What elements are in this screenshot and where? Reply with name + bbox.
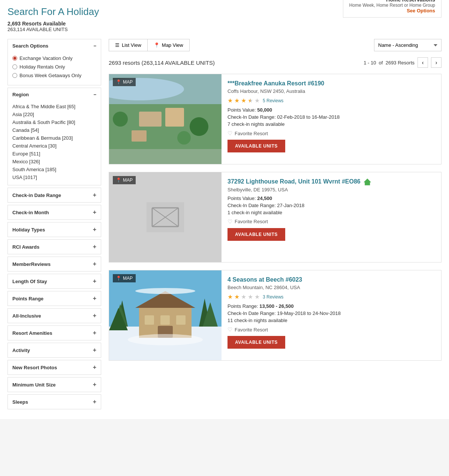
checkin-month-expand-icon[interactable]: +: [93, 209, 96, 216]
rci-awards-expand-icon[interactable]: +: [93, 243, 96, 250]
results-count: 2693 resorts (263,114 AVAILABLE UNITS): [109, 60, 215, 66]
home-res-link[interactable]: See Options: [407, 8, 435, 13]
points-value-1: 50,000: [257, 107, 272, 113]
sleeps-header[interactable]: Sleeps +: [8, 395, 101, 409]
list-view-label: List View: [122, 42, 141, 48]
svg-rect-25: [160, 315, 170, 325]
holiday-rentals-option[interactable]: Holiday Rentals Only: [12, 64, 96, 70]
resort-amenities-expand-icon[interactable]: +: [93, 330, 96, 336]
available-units-btn-2[interactable]: AVAILABLE UNITS: [227, 228, 285, 241]
map-pin-icon-3: 📍: [116, 276, 121, 281]
holiday-types-expand-icon[interactable]: +: [93, 226, 96, 233]
resort-amenities-header[interactable]: Resort Amenities +: [8, 326, 101, 340]
svg-point-7: [190, 117, 208, 136]
region-collapse-icon[interactable]: −: [93, 92, 96, 97]
holiday-rentals-radio[interactable]: [12, 64, 17, 69]
star-4: ★: [248, 97, 253, 104]
resort-location-1: Coffs Harbour, NSW 2450, Australia: [227, 88, 435, 94]
checkin-month-header[interactable]: Check-in Month +: [8, 205, 101, 219]
minimum-unit-size-header[interactable]: Minimum Unit Size +: [8, 378, 101, 392]
region-item[interactable]: USA [1017]: [12, 173, 96, 181]
map-badge-2[interactable]: 📍 MAP: [113, 176, 136, 184]
points-range-header[interactable]: Points Range +: [8, 291, 101, 306]
star3-3: ★: [241, 293, 246, 300]
map-badge-label-3: MAP: [123, 276, 133, 281]
bonus-week-option[interactable]: Bonus Week Getaways Only: [12, 73, 96, 78]
home-icon-2: [364, 179, 371, 185]
new-resort-photos-expand-icon[interactable]: +: [93, 364, 96, 371]
resort-name-3[interactable]: 4 Seasons at Beech #6023: [227, 276, 435, 283]
region-item[interactable]: Central America [30]: [12, 142, 96, 150]
region-item[interactable]: Mexico [326]: [12, 158, 96, 166]
region-item[interactable]: Africa & The Middle East [65]: [12, 103, 96, 110]
exchange-vacation-option[interactable]: Exchange Vacation Only: [12, 55, 96, 61]
resort-image-2: 📍 MAP: [109, 172, 222, 262]
resort-stars-1: ★ ★ ★ ★ ★ 5 Reviews: [227, 97, 435, 104]
length-of-stay-section: Length Of Stay +: [7, 274, 101, 289]
points-range-label: Points Range: [12, 296, 43, 301]
favorite-row-3[interactable]: ♡ Favorite Resort: [227, 326, 435, 333]
reviews-link-3[interactable]: 3 Reviews: [263, 294, 283, 300]
list-view-button[interactable]: ☰ List View: [109, 39, 147, 51]
next-page-button[interactable]: ›: [431, 57, 442, 68]
resort-count: 2,693 Resorts Available: [7, 21, 442, 27]
resort-image-svg-3: [109, 270, 222, 360]
exchange-vacation-label: Exchange Vacation Only: [19, 55, 72, 61]
region-item[interactable]: South America [185]: [12, 166, 96, 173]
resort-name-2[interactable]: 37292 Lighthouse Road, Unit 101 Wvrnt #E…: [227, 178, 435, 185]
star-1: ★: [227, 97, 233, 104]
region-item[interactable]: Canada [54]: [12, 126, 96, 134]
activity-section: Activity +: [7, 343, 101, 358]
favorite-row-1[interactable]: ♡ Favorite Resort: [227, 130, 435, 137]
resort-image-1: 📍 MAP: [109, 74, 222, 164]
region-item[interactable]: Asia [220]: [12, 110, 96, 118]
points-range-expand-icon[interactable]: +: [93, 295, 96, 302]
bonus-week-radio[interactable]: [12, 73, 17, 78]
sleeps-expand-icon[interactable]: +: [93, 398, 96, 405]
available-units-btn-1[interactable]: AVAILABLE UNITS: [227, 140, 285, 152]
length-of-stay-expand-icon[interactable]: +: [93, 278, 96, 285]
reviews-link-1[interactable]: 5 Reviews: [263, 98, 283, 103]
prev-page-button[interactable]: ‹: [418, 57, 428, 68]
nights-row-2: 1 check-in night available: [227, 210, 435, 215]
checkin-date-header[interactable]: Check-in Date Range +: [8, 188, 101, 202]
member-reviews-expand-icon[interactable]: +: [93, 261, 96, 267]
map-view-button[interactable]: 📍 Map View: [147, 39, 190, 51]
new-resort-photos-header[interactable]: New Resort Photos +: [8, 360, 101, 375]
region-body: Africa & The Middle East [65] Asia [220]…: [8, 101, 101, 185]
favorite-row-2[interactable]: ♡ Favorite Resort: [227, 218, 435, 225]
results-header: 2693 resorts (263,114 AVAILABLE UNITS) 1…: [109, 57, 442, 68]
region-header[interactable]: Region −: [8, 88, 101, 101]
resort-name-1[interactable]: ***Breakfree Aanuka Resort #6190: [227, 80, 435, 87]
checkin-month-section: Check-in Month +: [7, 205, 101, 220]
checkin-date-expand-icon[interactable]: +: [93, 192, 96, 198]
available-units-btn-3[interactable]: AVAILABLE UNITS: [227, 336, 285, 349]
all-inclusive-header[interactable]: All-Inclusive +: [8, 309, 101, 323]
svg-point-28: [135, 288, 195, 294]
svg-rect-26: [176, 315, 186, 325]
activity-expand-icon[interactable]: +: [93, 347, 96, 354]
content-area: ☰ List View 📍 Map View Name - Ascending …: [101, 39, 442, 412]
sort-select[interactable]: Name - Ascending Name - Descending Point…: [374, 39, 442, 51]
star3-1: ★: [227, 293, 233, 300]
holiday-types-header[interactable]: Holiday Types +: [8, 222, 101, 237]
length-of-stay-header[interactable]: Length Of Stay +: [8, 274, 101, 288]
search-options-header[interactable]: Search Options −: [8, 39, 101, 52]
pagination-range: 1 - 10 of 2693 Resorts: [364, 60, 415, 66]
points-range-section: Points Range +: [7, 291, 101, 306]
region-item[interactable]: Europe [511]: [12, 150, 96, 158]
points-label-1: Points Value:: [227, 107, 257, 113]
map-badge-1[interactable]: 📍 MAP: [113, 78, 136, 86]
map-view-label: Map View: [162, 42, 183, 48]
region-item[interactable]: Australia & South Pacific [80]: [12, 118, 96, 126]
rci-awards-header[interactable]: RCI Awards +: [8, 240, 101, 254]
region-item[interactable]: Caribbean & Bermuda [203]: [12, 134, 96, 142]
minimum-unit-size-expand-icon[interactable]: +: [93, 381, 96, 388]
search-options-collapse-icon[interactable]: −: [93, 43, 96, 49]
activity-header[interactable]: Activity +: [8, 343, 101, 357]
member-reviews-header[interactable]: MemberReviews +: [8, 257, 101, 271]
map-badge-3[interactable]: 📍 MAP: [113, 274, 136, 282]
all-inclusive-expand-icon[interactable]: +: [93, 312, 96, 319]
sidebar: Search Options − Exchange Vacation Only …: [7, 39, 101, 412]
exchange-vacation-radio[interactable]: [12, 56, 17, 61]
